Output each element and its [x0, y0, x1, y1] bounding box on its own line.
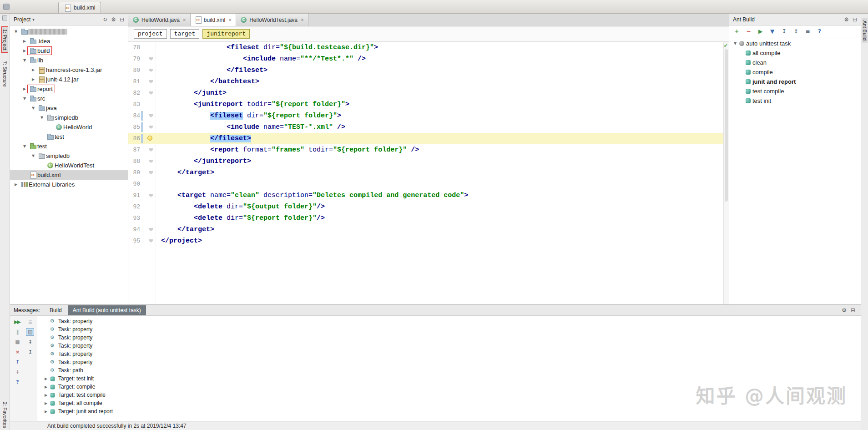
message-row[interactable]: ▶Target: all compile [37, 399, 861, 407]
expander-icon[interactable]: ▼ [13, 30, 19, 34]
fold-marker-icon[interactable] [149, 228, 153, 231]
expander-icon[interactable]: ▶ [43, 393, 49, 397]
fold-marker-icon[interactable] [149, 80, 153, 83]
project-panel-title[interactable]: Project [14, 16, 30, 23]
pause-icon[interactable]: ‖ [13, 328, 21, 336]
filter-messages-icon[interactable]: ≡ [26, 318, 34, 326]
project-tree-item[interactable]: HelloWorld [10, 122, 128, 132]
project-tree-item[interactable]: ▼simpledb [10, 113, 128, 122]
remove-icon[interactable]: − [745, 28, 752, 35]
project-tree-item[interactable]: ▶.idea [10, 36, 128, 46]
code-line[interactable]: 82 </junit> [128, 87, 729, 99]
hide-panel-icon[interactable]: ⊟ [120, 16, 124, 23]
code-line[interactable]: 84 <fileset dir="${report folder}"> [128, 110, 729, 121]
code-line[interactable]: 93 <delete dir="${report folder}"/> [128, 212, 729, 224]
ant-tree-item[interactable]: compile [729, 67, 861, 77]
stop-icon[interactable]: ■ [13, 338, 21, 346]
previous-message-icon[interactable]: ↑ [13, 358, 21, 366]
project-tree-item[interactable]: ▶junit-4.12.jar [10, 75, 128, 84]
message-row[interactable]: Task: property [37, 358, 861, 366]
message-row[interactable]: ▶Target: junit and report [37, 407, 861, 415]
line-number[interactable]: 91 [128, 192, 140, 199]
message-row[interactable]: ▶Target: test compile [37, 391, 861, 399]
add-icon[interactable]: + [733, 28, 740, 35]
line-number[interactable]: 78 [128, 44, 140, 51]
project-tree-item[interactable]: ▼java [10, 103, 128, 113]
settings-icon[interactable]: ⚙ [844, 16, 849, 23]
tab-close-icon[interactable]: × [228, 17, 232, 23]
chevron-down-icon[interactable]: ▾ [32, 17, 35, 22]
expander-icon[interactable]: ▶ [43, 410, 49, 414]
breadcrumb-project[interactable]: project [134, 29, 167, 39]
project-tree-item[interactable]: HelloWorldTest [10, 161, 128, 170]
autoscroll-to-source-icon[interactable]: ▤ [26, 328, 34, 336]
fold-marker-icon[interactable] [149, 239, 153, 243]
close-icon[interactable]: × [13, 348, 21, 356]
inspection-status-icon[interactable]: ✔ [724, 43, 728, 49]
code-line[interactable]: 94 </target> [128, 224, 729, 235]
next-message-icon[interactable]: ↓ [13, 368, 21, 376]
stripe-ant-build-tab[interactable]: Ant Build [862, 18, 868, 43]
collapse-all-icon[interactable]: ↥ [26, 348, 34, 356]
code-line[interactable]: 88 </junitreport> [128, 156, 729, 167]
message-row[interactable]: Task: property [37, 317, 861, 325]
breadcrumb-target[interactable]: target [170, 29, 200, 39]
expander-icon[interactable]: ▶ [21, 49, 28, 53]
message-row[interactable]: Task: path [37, 366, 861, 374]
stripe-structure-tab[interactable]: 7: Structure [2, 59, 8, 89]
code-line[interactable]: 85 <include name="TEST-*.xml" /> [128, 121, 729, 133]
fold-marker-icon[interactable] [149, 114, 153, 117]
run-icon[interactable]: ▶ [757, 28, 764, 35]
properties-icon[interactable]: ≡ [804, 28, 811, 35]
line-number[interactable]: 86 [128, 135, 140, 142]
message-row[interactable]: Task: property [37, 325, 861, 334]
breadcrumb-junitreport[interactable]: junitreport [202, 29, 250, 39]
project-tree-item[interactable]: ▶External Libraries [10, 180, 128, 189]
project-tree-item[interactable]: ▶report [10, 84, 128, 94]
code-line[interactable]: 89 </target> [128, 167, 729, 178]
line-number[interactable]: 79 [128, 56, 140, 62]
project-tree-item[interactable]: ▼simpledb [10, 151, 128, 161]
project-tree-item[interactable]: ▼ [10, 27, 128, 36]
line-number[interactable]: 88 [128, 158, 140, 165]
project-tree-item[interactable]: ▼test [10, 142, 128, 151]
message-row[interactable]: ▶Target: test init [37, 374, 861, 383]
line-number[interactable]: 81 [128, 78, 140, 85]
message-row[interactable]: Task: property [37, 342, 861, 350]
expander-icon[interactable]: ▶ [30, 77, 36, 81]
code-line[interactable]: 90 [128, 178, 729, 190]
stripe-project-tab[interactable]: 1: Project [2, 27, 8, 52]
project-tree-item[interactable]: ▶build [10, 46, 128, 56]
expand-all-icon[interactable]: ↧ [781, 28, 787, 35]
ant-tree-item[interactable]: junit and report [729, 77, 861, 86]
expander-icon[interactable]: ▼ [21, 58, 28, 62]
expander-icon[interactable]: ▼ [732, 41, 738, 46]
bottom-tab[interactable]: Ant Build (auto unittest task) [68, 305, 146, 315]
project-tree-item[interactable]: ▶hamcrest-core-1.3.jar [10, 65, 128, 75]
fold-marker-icon[interactable] [149, 194, 153, 197]
code-line[interactable]: 87 <report format="frames" todir="${repo… [128, 144, 729, 156]
bottom-tab[interactable]: Build [45, 305, 67, 315]
fold-marker-icon[interactable] [149, 148, 153, 152]
fold-marker-icon[interactable] [149, 57, 153, 61]
line-number[interactable]: 84 [128, 112, 140, 119]
expander-icon[interactable]: ▶ [21, 39, 28, 43]
line-number[interactable]: 90 [128, 181, 140, 187]
filter-icon[interactable]: ▼ [769, 28, 776, 35]
ant-tree-item[interactable]: test compile [729, 86, 861, 96]
project-tree-item[interactable]: build.xml [10, 170, 128, 180]
message-row[interactable]: ▶Target: compile [37, 383, 861, 391]
hide-panel-icon[interactable]: ⊟ [851, 307, 855, 314]
message-row[interactable]: Task: property [37, 350, 861, 358]
code-line[interactable]: 92 <delete dir="${output folder}"/> [128, 201, 729, 212]
expander-icon[interactable]: ▶ [30, 68, 36, 72]
code-line[interactable]: 79 <include name="**/*Test*.*" /> [128, 53, 729, 65]
settings-icon[interactable]: ⚙ [111, 16, 116, 23]
help-icon[interactable]: ? [13, 378, 21, 386]
line-number[interactable]: 95 [128, 238, 140, 244]
line-number[interactable]: 87 [128, 147, 140, 153]
hide-panel-icon[interactable]: ⊟ [853, 16, 857, 23]
line-number[interactable]: 83 [128, 101, 140, 108]
code-line[interactable]: 81 </batchtest> [128, 76, 729, 87]
fold-marker-icon[interactable] [149, 69, 153, 72]
